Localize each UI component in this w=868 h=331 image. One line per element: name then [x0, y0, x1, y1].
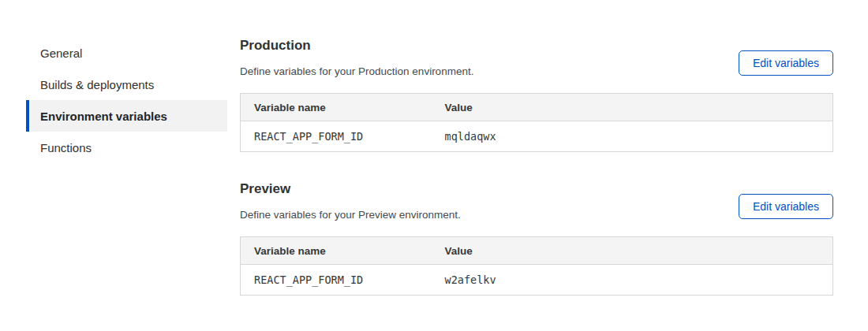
sidebar-item-environment-variables[interactable]: Environment variables [26, 100, 227, 132]
preview-section: Preview Define variables for your Previe… [240, 181, 833, 296]
column-header-variable-name: Variable name [241, 237, 432, 265]
sidebar-item-label: General [40, 46, 82, 60]
edit-variables-button-production[interactable]: Edit variables [739, 50, 833, 76]
variable-name-cell: REACT_APP_FORM_ID [241, 265, 432, 296]
settings-sidebar: General Builds & deployments Environment… [26, 37, 227, 163]
preview-variables-table: Variable name Value REACT_APP_FORM_ID w2… [240, 236, 833, 296]
sidebar-item-functions[interactable]: Functions [26, 132, 227, 163]
variable-value-cell: w2afelkv [432, 265, 833, 296]
production-section: Production Define variables for your Pro… [240, 38, 833, 152]
production-variables-table: Variable name Value REACT_APP_FORM_ID mq… [240, 93, 833, 152]
column-header-variable-name: Variable name [241, 94, 432, 121]
sidebar-item-general[interactable]: General [26, 37, 227, 69]
sidebar-item-builds-deployments[interactable]: Builds & deployments [26, 69, 227, 100]
table-row: REACT_APP_FORM_ID mqldaqwx [241, 121, 833, 152]
table-header-row: Variable name Value [241, 237, 833, 265]
table-header-row: Variable name Value [241, 94, 833, 121]
sidebar-item-label: Builds & deployments [40, 78, 154, 91]
sidebar-item-label: Environment variables [40, 110, 167, 123]
column-header-value: Value [432, 94, 833, 121]
table-row: REACT_APP_FORM_ID w2afelkv [241, 265, 833, 296]
edit-variables-button-preview[interactable]: Edit variables [739, 194, 833, 219]
sidebar-item-label: Functions [40, 141, 92, 154]
variable-value-cell: mqldaqwx [432, 121, 833, 152]
column-header-value: Value [432, 237, 833, 265]
environment-variables-panel: Production Define variables for your Pro… [240, 38, 833, 296]
variable-name-cell: REACT_APP_FORM_ID [241, 121, 432, 152]
